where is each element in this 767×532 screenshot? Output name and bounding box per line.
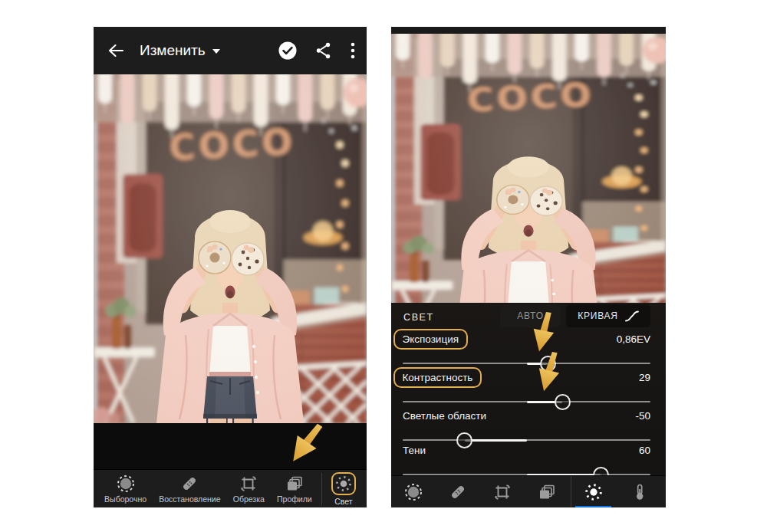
- slider-handle[interactable]: [540, 356, 556, 372]
- page-title: Изменить: [140, 42, 206, 59]
- curve-button[interactable]: КРИВАЯ: [566, 304, 650, 327]
- done-check-icon[interactable]: [278, 41, 298, 61]
- selective-icon: [404, 483, 423, 501]
- slider-label: Светлые области: [403, 410, 486, 422]
- tool-label: Обрезка: [233, 494, 265, 504]
- tool-label: Восстановление: [159, 494, 220, 504]
- profiles-icon: [538, 483, 556, 501]
- slider-value: 29: [639, 372, 650, 383]
- contrast-slider[interactable]: [403, 393, 650, 410]
- slider-label: Экспозиция: [393, 329, 469, 350]
- profiles-icon: [285, 475, 304, 493]
- healing-icon: [180, 475, 199, 493]
- slider-value: 60: [639, 445, 650, 456]
- letterbox-strip: [94, 423, 367, 469]
- tool-crop[interactable]: [480, 476, 525, 507]
- tool-label: Свет: [334, 497, 352, 506]
- tool-profiles[interactable]: Профили: [271, 475, 318, 504]
- tool-healing[interactable]: Восстановление: [153, 475, 227, 504]
- tool-light-selected[interactable]: [571, 476, 616, 507]
- phone-screenshot-left: Изменить: [94, 27, 367, 507]
- auto-button[interactable]: АВТО: [500, 304, 561, 327]
- screenshot-canvas: Изменить: [0, 0, 767, 532]
- back-icon[interactable]: [106, 41, 126, 61]
- slider-row-contrast: Контрастность 29: [403, 372, 650, 407]
- curve-icon: [625, 310, 639, 322]
- light-sun-icon: [584, 482, 604, 502]
- photo-canvas[interactable]: COCO: [391, 34, 666, 303]
- light-sun-icon: [334, 475, 353, 493]
- tool-profiles[interactable]: [525, 476, 569, 507]
- edit-tools-toolbar: [391, 475, 666, 507]
- top-app-bar-sliver: [391, 27, 666, 34]
- panel-title: СВЕТ: [403, 312, 434, 323]
- active-tab-indicator: [575, 506, 611, 507]
- overflow-menu-icon[interactable]: [350, 41, 356, 61]
- share-icon[interactable]: [314, 41, 333, 60]
- crop-icon: [493, 483, 512, 501]
- slider-row-exposure: Экспозиция 0,86EV: [403, 333, 650, 369]
- selective-icon: [117, 475, 135, 493]
- toolbar-divider: [321, 473, 322, 505]
- slider-label: Контрастность: [393, 367, 482, 388]
- slider-row-highlights: Светлые области -50: [403, 410, 650, 445]
- light-adjustments-panel: СВЕТ АВТО КРИВАЯ Экспозиция 0,86EV Контр…: [391, 303, 666, 507]
- tool-color-temp[interactable]: [616, 476, 663, 507]
- phone-screenshot-right: COCO: [391, 27, 666, 507]
- chevron-down-icon: [212, 49, 220, 54]
- slider-value: -50: [635, 410, 650, 422]
- slider-label: Тени: [403, 445, 426, 456]
- tool-crop[interactable]: Обрезка: [227, 475, 271, 504]
- healing-icon: [449, 483, 467, 501]
- tool-light-selected[interactable]: Свет: [325, 472, 362, 506]
- crop-icon: [239, 475, 258, 493]
- slider-handle[interactable]: [555, 394, 571, 410]
- tool-selective[interactable]: [391, 476, 436, 507]
- slider-value: 0,86EV: [617, 333, 650, 345]
- tool-label: Профили: [277, 494, 312, 504]
- tool-healing[interactable]: [436, 476, 480, 507]
- selection-highlight-frame: [331, 472, 356, 495]
- thermometer-icon: [630, 483, 649, 501]
- edit-mode-dropdown[interactable]: Изменить: [140, 42, 220, 59]
- top-app-bar: Изменить: [94, 27, 367, 74]
- photo-canvas[interactable]: COCO: [94, 74, 367, 423]
- tool-label: Выборочно: [104, 494, 146, 504]
- edit-tools-toolbar: Выборочно Восстановление: [94, 469, 367, 507]
- tool-selective[interactable]: Выборочно: [98, 475, 153, 504]
